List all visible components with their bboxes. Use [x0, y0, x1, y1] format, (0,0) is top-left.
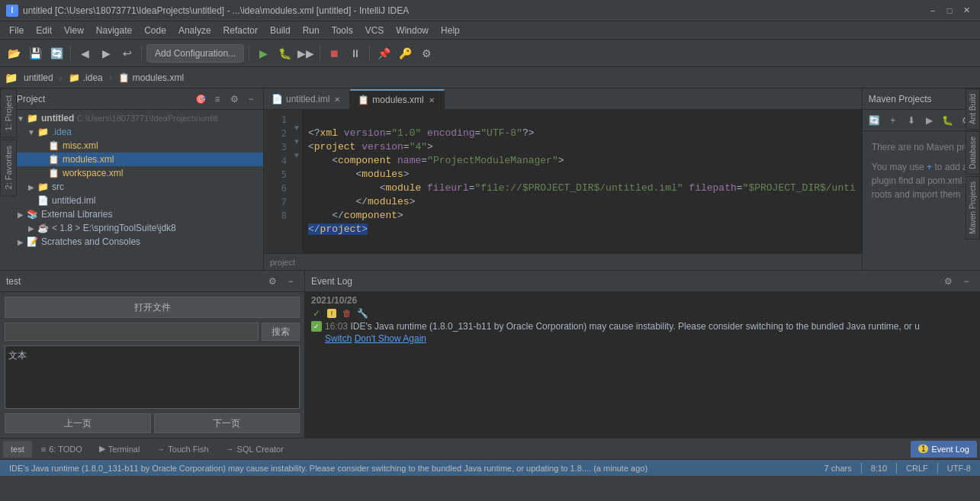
- tab-sql-creator[interactable]: → SQL Creator: [218, 441, 291, 458]
- locate-icon[interactable]: 🎯: [193, 92, 208, 107]
- search-button[interactable]: 搜索: [262, 323, 300, 341]
- tab-terminal[interactable]: ▶ Terminal: [92, 441, 148, 458]
- event-wrench-icon[interactable]: 🔧: [357, 308, 368, 319]
- expand-src-arrow[interactable]: ▶: [26, 183, 37, 191]
- menu-run[interactable]: Run: [297, 21, 326, 39]
- tree-item-root[interactable]: ▼ 📁 untitled C:\Users\18073771\IdeaProje…: [12, 111, 263, 125]
- menu-code[interactable]: Code: [138, 21, 172, 39]
- tree-item-idea[interactable]: ▼ 📁 .idea: [12, 125, 263, 139]
- search-input[interactable]: [5, 323, 259, 341]
- prev-page-button[interactable]: 上一页: [5, 413, 151, 433]
- tree-item-untitled-iml[interactable]: 📄 untitled.iml: [12, 194, 263, 207]
- expand-idea-arrow[interactable]: ▼: [26, 128, 37, 136]
- tree-item-misc-xml[interactable]: 📋 misc.xml: [12, 139, 263, 153]
- status-line-sep[interactable]: CRLF: [903, 464, 931, 473]
- menu-build[interactable]: Build: [264, 21, 297, 39]
- menu-view[interactable]: View: [58, 21, 90, 39]
- run-button[interactable]: ▶: [254, 44, 272, 63]
- event-delete-icon[interactable]: 🗑: [342, 308, 352, 319]
- menu-help[interactable]: Help: [435, 21, 466, 39]
- favorites-vertical-tab[interactable]: 2: Favorites: [0, 139, 17, 196]
- back-toolbar-icon[interactable]: ◀: [76, 44, 94, 63]
- event-log-bottom-tab[interactable]: 1 Event Log: [911, 441, 977, 458]
- sync-toolbar-icon[interactable]: 🔄: [47, 44, 66, 63]
- maven-add-link[interactable]: +: [927, 162, 934, 172]
- expand-libs-arrow[interactable]: ▶: [15, 210, 26, 219]
- test-minimize-icon[interactable]: −: [283, 274, 298, 289]
- pause-button[interactable]: ⏸: [346, 44, 365, 63]
- project-root-icon: 📁: [26, 112, 38, 124]
- undo-toolbar-icon[interactable]: ↩: [118, 44, 137, 63]
- tree-item-jdk[interactable]: ▶ ☕ < 1.8 > E:\springToolSuite\jdk8: [12, 221, 263, 235]
- bottom-tabs-right: 1 Event Log: [911, 441, 977, 458]
- text-area[interactable]: 文本: [5, 345, 300, 409]
- database-vertical-tab[interactable]: Database: [966, 131, 980, 175]
- tree-item-src[interactable]: ▶ 📁 src: [12, 180, 263, 194]
- menu-vcs[interactable]: VCS: [359, 21, 390, 39]
- modules-xml-tab-close[interactable]: ✕: [427, 95, 436, 105]
- debug-button[interactable]: 🐛: [275, 44, 294, 63]
- code-editor[interactable]: <?xml version="1.0" encoding="UTF-8"?> <…: [302, 110, 862, 253]
- event-log-settings-icon[interactable]: ⚙: [940, 274, 956, 289]
- tree-item-workspace-xml[interactable]: 📋 workspace.xml: [12, 166, 263, 180]
- run-with-coverage-button[interactable]: ▶▶: [297, 44, 315, 63]
- breadcrumb-untitled[interactable]: untitled: [19, 67, 58, 88]
- fold-icon-2[interactable]: ▼: [292, 124, 301, 132]
- status-chars[interactable]: 7 chars: [821, 464, 855, 473]
- save-toolbar-icon[interactable]: 💾: [26, 44, 44, 63]
- menu-tools[interactable]: Tools: [326, 21, 359, 39]
- tab-todo[interactable]: ≡ 6: TODO: [34, 441, 90, 458]
- menu-edit[interactable]: Edit: [30, 21, 58, 39]
- key-toolbar-icon[interactable]: 🔑: [396, 44, 414, 63]
- maven-download-icon[interactable]: ⬇: [904, 113, 919, 128]
- expand-root-arrow[interactable]: ▼: [15, 114, 26, 123]
- expand-scratches-arrow[interactable]: ▶: [15, 238, 26, 246]
- maven-refresh-icon[interactable]: 🔄: [867, 113, 882, 128]
- tab-untitled-iml[interactable]: 📄 untitled.iml ✕: [264, 89, 350, 109]
- maximize-button[interactable]: □: [942, 3, 957, 18]
- fold-icon-4[interactable]: ▼: [292, 151, 301, 159]
- project-settings-icon[interactable]: ⚙: [227, 92, 242, 107]
- tab-touch-fish[interactable]: → Touch Fish: [149, 441, 216, 458]
- status-position[interactable]: 8:10: [868, 464, 890, 473]
- event-link-dont-show[interactable]: Don't Show Again: [355, 333, 426, 344]
- maven-add-icon[interactable]: +: [885, 113, 901, 128]
- menu-refactor[interactable]: Refactor: [217, 21, 264, 39]
- tab-test[interactable]: test: [3, 441, 32, 458]
- untitled-iml-tab-close[interactable]: ✕: [333, 95, 342, 104]
- bookmark-toolbar-icon[interactable]: 📌: [374, 44, 393, 63]
- breadcrumb-idea[interactable]: 📁 .idea: [64, 67, 108, 88]
- menu-file[interactable]: File: [3, 21, 30, 39]
- event-link-switch[interactable]: Switch: [325, 333, 352, 344]
- add-configuration-button[interactable]: Add Configuration...: [146, 44, 244, 63]
- menu-navigate[interactable]: Navigate: [90, 21, 138, 39]
- menu-analyze[interactable]: Analyze: [172, 21, 217, 39]
- expand-jdk-arrow[interactable]: ▶: [26, 224, 37, 233]
- stop-button[interactable]: ⏹: [325, 44, 343, 63]
- forward-toolbar-icon[interactable]: ▶: [97, 44, 115, 63]
- next-page-button[interactable]: 下一页: [154, 413, 300, 433]
- ant-build-vertical-tab[interactable]: Ant Build: [966, 88, 980, 130]
- minimize-button[interactable]: −: [925, 3, 940, 18]
- tab-modules-xml[interactable]: 📋 modules.xml ✕: [350, 89, 444, 109]
- fold-icon-3[interactable]: ▼: [292, 137, 301, 146]
- tree-item-scratches[interactable]: ▶ 📝 Scratches and Consoles: [12, 235, 263, 249]
- menu-window[interactable]: Window: [390, 21, 435, 39]
- breadcrumb-modules-xml[interactable]: 📋 modules.xml: [114, 67, 188, 88]
- maven-run-icon[interactable]: ▶: [922, 113, 937, 128]
- open-file-button[interactable]: 打开文件: [5, 297, 300, 318]
- settings-toolbar-icon[interactable]: ⚙: [417, 44, 435, 63]
- status-encoding[interactable]: UTF-8: [944, 464, 974, 473]
- close-button[interactable]: ✕: [959, 3, 974, 18]
- maven-projects-vertical-tab[interactable]: Maven Projects: [966, 176, 980, 239]
- project-vertical-tab[interactable]: 1: Project: [0, 88, 17, 137]
- maven-debug-icon[interactable]: 🐛: [940, 113, 956, 128]
- event-log-minimize-icon[interactable]: −: [959, 274, 974, 289]
- test-settings-icon[interactable]: ⚙: [265, 274, 280, 289]
- tree-item-modules-xml[interactable]: 📋 modules.xml: [12, 153, 263, 166]
- collapse-all-icon[interactable]: ≡: [210, 92, 225, 107]
- bottom-tabs: test ≡ 6: TODO ▶ Terminal → Touch Fish →…: [0, 438, 980, 459]
- tree-item-external-libs[interactable]: ▶ 📚 External Libraries: [12, 207, 263, 221]
- minimize-project-panel-icon[interactable]: −: [243, 92, 259, 107]
- open-file-toolbar-icon[interactable]: 📂: [5, 44, 23, 63]
